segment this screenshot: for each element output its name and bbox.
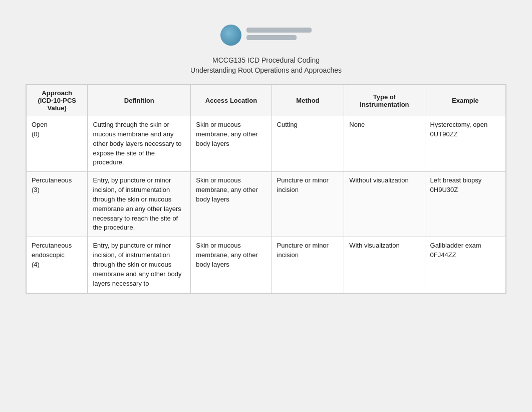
col-header-definition: Definition [88,85,191,116]
cell-type: None [344,116,425,172]
table-body: Open (0)Cutting through the skin or muco… [27,116,506,293]
procedures-table: Approach(ICD-10-PCSValue) Definition Acc… [26,85,506,293]
cell-example: Gallbladder exam 0FJ44ZZ [425,237,505,293]
cell-definition: Entry, by puncture or minor incision, of… [88,172,191,237]
main-table-wrapper: Approach(ICD-10-PCSValue) Definition Acc… [26,84,506,294]
cell-approach: Percutaneous (3) [27,172,88,237]
cell-approach: Percutaneous endoscopic (4) [27,237,88,293]
table-row: Percutaneous (3)Entry, by puncture or mi… [27,172,506,237]
cell-access: Skin or mucous membrane, any other body … [191,237,272,293]
logo-area [201,20,331,50]
col-header-approach: Approach(ICD-10-PCSValue) [27,85,88,116]
cell-method: Puncture or minor incision [272,172,344,237]
table-row: Open (0)Cutting through the skin or muco… [27,116,506,172]
cell-definition: Entry, by puncture or minor incision, of… [88,237,191,293]
cell-example: Left breast biopsy 0H9U30Z [425,172,505,237]
cell-access: Skin or mucous membrane, any other body … [191,172,272,237]
cell-access: Skin or mucous membrane, any other body … [191,116,272,172]
col-header-access: Access Location [191,85,272,116]
cell-definition: Cutting through the skin or mucous membr… [88,116,191,172]
cell-approach: Open (0) [27,116,88,172]
logo-icon [220,25,241,46]
col-header-method: Method [272,85,344,116]
cell-example: Hysterectomy, open 0UT90ZZ [425,116,505,172]
logo-text [246,28,312,43]
cell-type: Without visualization [344,172,425,237]
table-header-row: Approach(ICD-10-PCSValue) Definition Acc… [27,85,506,116]
page-title: MCCG135 ICD Procedural Coding [212,56,320,64]
cell-type: With visualization [344,237,425,293]
cell-method: Cutting [272,116,344,172]
page-subtitle: Understanding Root Operations and Approa… [190,66,342,74]
col-header-example: Example [425,85,505,116]
col-header-type: Type ofInstrumentation [344,85,425,116]
table-row: Percutaneous endoscopic (4)Entry, by pun… [27,237,506,293]
cell-method: Puncture or minor incision [272,237,344,293]
